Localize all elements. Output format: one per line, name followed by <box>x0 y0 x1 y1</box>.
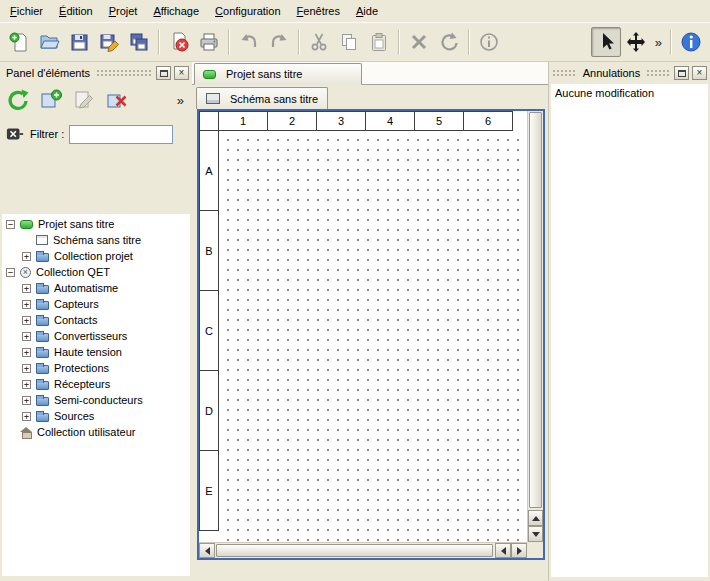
down-arrow-icon <box>532 532 540 537</box>
undo-button[interactable] <box>234 27 264 57</box>
about-button[interactable] <box>676 27 706 57</box>
undo-history-list[interactable]: Aucune modification <box>551 84 708 577</box>
redo-button[interactable] <box>264 27 294 57</box>
close-panel-button[interactable]: × <box>174 66 189 80</box>
tree-item-convertisseurs[interactable]: + Convertisseurs <box>2 328 190 344</box>
float-panel-button[interactable] <box>156 66 171 80</box>
dock-drag-handle[interactable] <box>96 69 153 77</box>
menu-configuration[interactable]: Configuration <box>207 1 288 21</box>
expand-icon[interactable]: + <box>22 396 31 405</box>
save-as-button[interactable] <box>94 27 124 57</box>
tree-item-capteurs[interactable]: + Capteurs <box>2 296 190 312</box>
expand-icon[interactable]: + <box>22 252 31 261</box>
dock-drag-handle[interactable] <box>646 69 671 77</box>
select-mode-button[interactable] <box>591 27 621 57</box>
scroll-down-button[interactable] <box>528 526 543 542</box>
elements-panel-toolbar: » <box>0 82 192 118</box>
float-panel-button[interactable] <box>674 66 689 80</box>
scrollbar-corner <box>527 542 543 558</box>
reload-collections-button[interactable] <box>4 86 32 114</box>
copy-button[interactable] <box>334 27 364 57</box>
expand-icon[interactable]: + <box>22 380 31 389</box>
open-document-button[interactable] <box>34 27 64 57</box>
close-panel-button[interactable]: × <box>692 66 707 80</box>
menu-edition[interactable]: Édition <box>51 1 101 21</box>
horizontal-scroll-thumb[interactable] <box>216 544 493 557</box>
menu-fenetres[interactable]: Fenêtres <box>289 1 348 21</box>
filter-label: Filtrer : <box>30 128 64 140</box>
paste-button[interactable] <box>364 27 394 57</box>
expand-icon[interactable]: + <box>22 412 31 421</box>
expand-icon[interactable]: + <box>22 284 31 293</box>
elements-panel-titlebar[interactable]: Panel d'éléments × <box>3 64 189 82</box>
menu-affichage[interactable]: Affichage <box>145 1 207 21</box>
tree-item-sources[interactable]: + Sources <box>2 408 190 424</box>
menu-fichier[interactable]: Fichier <box>2 1 51 21</box>
schema-view[interactable]: 1 2 3 4 5 6 A B C D E <box>197 109 545 560</box>
tree-item-projet-sans-titre[interactable]: − Projet sans titre <box>2 216 190 232</box>
elements-tree[interactable]: − Projet sans titre Schéma sans titre + … <box>2 214 190 576</box>
tab-projet-sans-titre[interactable]: Projet sans titre <box>194 63 362 85</box>
tree-item-recepteurs[interactable]: + Récepteurs <box>2 376 190 392</box>
print-button[interactable] <box>194 27 224 57</box>
save-all-icon <box>128 31 150 53</box>
collapse-icon[interactable]: − <box>6 268 15 277</box>
tree-item-label: Capteurs <box>54 298 99 310</box>
menu-aide[interactable]: Aide <box>348 1 386 21</box>
scroll-left-button[interactable] <box>199 543 215 558</box>
rotate-button[interactable] <box>434 27 464 57</box>
vertical-scroll-thumb[interactable] <box>529 112 542 508</box>
new-element-button[interactable] <box>37 86 65 114</box>
panel-overflow-chevron[interactable]: » <box>173 93 188 108</box>
scroll-right-button[interactable] <box>511 543 527 558</box>
save-all-button[interactable] <box>124 27 154 57</box>
delete-element-button[interactable] <box>103 86 131 114</box>
expand-icon[interactable]: + <box>22 300 31 309</box>
delete-button[interactable] <box>404 27 434 57</box>
clear-filter-button[interactable] <box>5 124 25 144</box>
save-button[interactable] <box>64 27 94 57</box>
new-document-button[interactable] <box>4 27 34 57</box>
info-button[interactable] <box>474 27 504 57</box>
tab-schema-sans-titre[interactable]: Schéma sans titre <box>196 87 328 109</box>
left-arrow-icon <box>205 547 210 555</box>
close-document-button[interactable] <box>164 27 194 57</box>
toolbar-separator <box>670 29 672 55</box>
tree-item-collection-qet[interactable]: − × Collection QET <box>2 264 190 280</box>
horizontal-scrollbar[interactable] <box>199 542 527 558</box>
about-info-icon <box>680 31 702 53</box>
mdi-area: Projet sans titre Schéma sans titre 1 2 … <box>192 62 548 581</box>
tree-item-contacts[interactable]: + Contacts <box>2 312 190 328</box>
expand-icon[interactable]: + <box>22 348 31 357</box>
cut-button[interactable] <box>304 27 334 57</box>
tree-item-automatisme[interactable]: + Automatisme <box>2 280 190 296</box>
filter-input[interactable] <box>69 125 173 144</box>
tree-item-label: Collection utilisateur <box>37 426 135 438</box>
expand-icon[interactable]: + <box>22 364 31 373</box>
expand-icon[interactable]: + <box>22 332 31 341</box>
tree-item-collection-utilisateur[interactable]: Collection utilisateur <box>2 424 190 440</box>
move-mode-button[interactable] <box>621 27 651 57</box>
filter-row: Filtrer : <box>0 122 192 146</box>
column-header: 5 <box>414 111 464 131</box>
edit-element-button[interactable] <box>70 86 98 114</box>
expand-icon[interactable]: + <box>22 316 31 325</box>
up-arrow-icon <box>532 516 540 521</box>
toolbar-separator <box>298 29 300 55</box>
dock-drag-handle[interactable] <box>552 69 577 77</box>
row-header: C <box>199 290 219 371</box>
tree-item-semi-conducteurs[interactable]: + Semi-conducteurs <box>2 392 190 408</box>
undo-panel-titlebar[interactable]: Annulations × <box>552 64 707 82</box>
tree-item-haute-tension[interactable]: + Haute tension <box>2 344 190 360</box>
tree-item-protections[interactable]: + Protections <box>2 360 190 376</box>
tree-item-schema-sans-titre[interactable]: Schéma sans titre <box>2 232 190 248</box>
collapse-icon[interactable]: − <box>6 220 15 229</box>
reload-icon <box>6 88 30 112</box>
tree-item-collection-projet[interactable]: + Collection projet <box>2 248 190 264</box>
schema-canvas[interactable] <box>219 131 527 542</box>
menu-projet[interactable]: Projet <box>101 1 146 21</box>
scroll-up-button[interactable] <box>528 510 543 526</box>
vertical-scrollbar[interactable] <box>527 111 543 542</box>
scroll-left-button-2[interactable] <box>495 543 511 558</box>
toolbar-overflow-chevron[interactable]: » <box>651 35 666 50</box>
